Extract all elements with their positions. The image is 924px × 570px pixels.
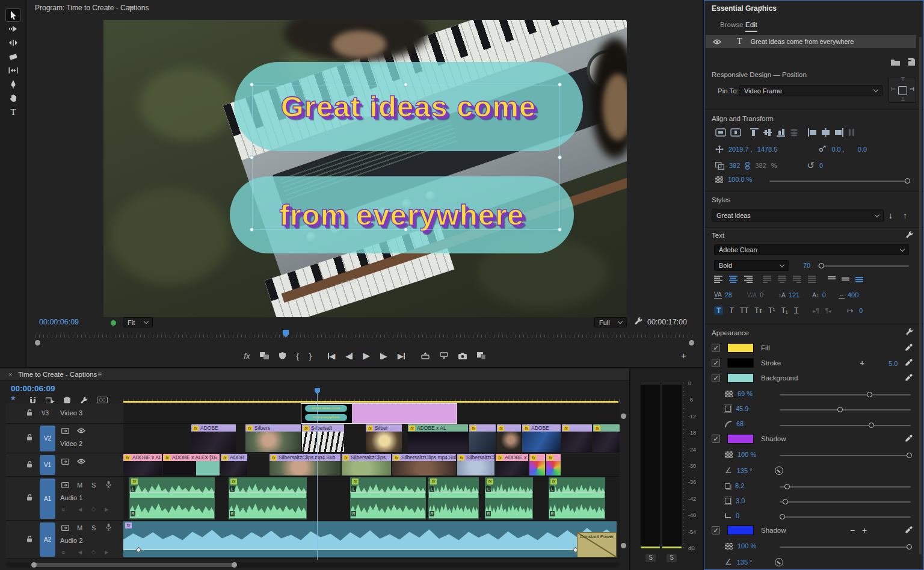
track-visibility-eye-icon[interactable] — [77, 427, 85, 434]
new-folder-icon[interactable] — [891, 58, 900, 66]
prev-keyframe[interactable]: ◀ — [78, 550, 82, 555]
playback-resolution-select[interactable]: Full — [594, 317, 627, 327]
solo-button[interactable]: S — [91, 524, 96, 531]
align-bottom-icon[interactable] — [777, 128, 786, 137]
shadow1-blur-slider[interactable] — [780, 516, 911, 518]
sync-lock-icon[interactable] — [61, 482, 69, 488]
timeline-clip[interactable]: fxADOBE x ALEX [16x — [496, 454, 528, 476]
track-name-a1[interactable]: Audio 1 — [60, 494, 82, 501]
audio-clip[interactable]: fx L R — [428, 477, 479, 519]
vertical-align-middle-icon[interactable] — [842, 276, 850, 283]
background-radius-value[interactable]: 68 — [736, 420, 744, 427]
position-x-value[interactable]: 2019.7 , — [728, 146, 753, 153]
timeline-clip[interactable]: fxADOBE x AL — [408, 424, 468, 452]
font-size-value[interactable]: 70 — [803, 262, 810, 269]
volume-rubber-band[interactable] — [123, 550, 617, 551]
timeline-clip[interactable]: fxADOBE x ALEX [16 — [163, 454, 220, 476]
pen-tool[interactable] — [5, 78, 21, 91]
timeline-clip[interactable]: fxSilber — [366, 424, 402, 452]
captions-toggle-icon[interactable]: CC — [97, 397, 108, 403]
track-name-v3[interactable]: Video 3 — [60, 409, 82, 417]
selection-handle[interactable] — [558, 228, 562, 232]
slip-tool[interactable] — [5, 64, 21, 77]
shadow2-color-swatch[interactable] — [727, 525, 754, 535]
ripple-edit-tool[interactable] — [5, 36, 21, 49]
audio-clip[interactable]: fx L R — [129, 477, 215, 519]
zoom-level-select[interactable]: Fit — [123, 317, 153, 327]
panel-menu-icon[interactable]: ≡ — [760, 4, 764, 12]
timeline-clip[interactable]: fxSilbersaltzClips. — [342, 454, 391, 476]
mute-button[interactable]: M — [77, 482, 82, 489]
text-align-right-icon[interactable] — [744, 276, 754, 283]
kerning-value[interactable]: 0 — [760, 291, 763, 299]
background-color-swatch[interactable] — [727, 373, 754, 383]
audio-clip[interactable]: fx L R — [350, 477, 426, 519]
distribute-vertical-icon[interactable] — [790, 128, 799, 137]
razor-tool[interactable] — [5, 50, 21, 63]
font-size-slider[interactable] — [818, 265, 909, 267]
shadow1-distance-value[interactable]: 8.2 — [735, 482, 744, 489]
sync-lock-icon[interactable] — [61, 428, 69, 434]
settings-wrench-icon[interactable] — [634, 317, 642, 326]
text-align-center-icon[interactable] — [729, 276, 739, 283]
fill-color-swatch[interactable] — [727, 343, 754, 353]
lock-icon[interactable] — [26, 461, 32, 468]
selection-handle[interactable] — [250, 82, 254, 87]
justify-all-icon[interactable] — [808, 276, 818, 283]
selection-handle[interactable] — [558, 155, 562, 160]
track-badge-v2[interactable]: V2 — [40, 426, 55, 451]
align-center-icon[interactable] — [821, 128, 830, 137]
small-caps-toggle[interactable]: Tᴛ — [754, 306, 762, 315]
background-opacity-slider[interactable] — [780, 394, 911, 395]
underline-toggle[interactable]: T — [794, 306, 798, 315]
track-badge-v1[interactable]: V1 — [40, 455, 55, 475]
selection-handle[interactable] — [404, 82, 408, 87]
paragraph-rtl-icon[interactable]: ¶◂ — [825, 308, 831, 314]
timeline-clip[interactable]: fx — [529, 454, 545, 476]
all-caps-toggle[interactable]: TT — [740, 306, 749, 315]
align-center-horizontal-icon[interactable] — [715, 128, 726, 137]
go-to-out-button[interactable]: ▶ — [398, 352, 405, 361]
font-family-select[interactable]: Adobe Clean — [714, 244, 909, 255]
program-playhead[interactable] — [283, 330, 289, 338]
audio-clip[interactable]: fx L R — [485, 477, 533, 519]
track-name-a2[interactable]: Audio 2 — [60, 537, 82, 544]
faux-bold-toggle[interactable]: T — [714, 306, 723, 315]
align-middle-icon[interactable] — [763, 128, 772, 137]
layer-visibility-eye-icon[interactable] — [710, 39, 724, 45]
shadow2-checkbox[interactable]: ✓ — [712, 526, 720, 534]
text-settings-wrench-icon[interactable] — [905, 231, 913, 239]
timeline-horizontal-scrollbar[interactable] — [6, 562, 620, 568]
extract-button[interactable] — [440, 352, 448, 359]
shadow2-angle-value[interactable]: 135 ° — [737, 559, 753, 566]
position-y-value[interactable]: 1478.5 — [757, 146, 778, 153]
sync-style-up-icon[interactable]: ↑ — [903, 211, 907, 220]
timeline-clip[interactable]: fx — [562, 424, 592, 452]
program-timecode[interactable]: 00:00:06:09 — [39, 318, 79, 326]
align-left-icon[interactable] — [808, 128, 817, 137]
shadow2-opacity-slider[interactable] — [780, 547, 911, 548]
align-top-icon[interactable] — [750, 128, 759, 137]
selection-tool[interactable] — [5, 8, 21, 22]
appearance-settings-wrench-icon[interactable] — [905, 328, 913, 336]
lock-icon[interactable] — [26, 434, 32, 441]
mark-out-button[interactable]: } — [309, 352, 312, 361]
track-select-forward-tool[interactable] — [5, 22, 21, 36]
voiceover-mic-icon[interactable] — [106, 481, 111, 488]
keyframe-toggle[interactable]: ○ — [61, 549, 65, 556]
play-button[interactable]: ▶ — [363, 350, 370, 361]
baseline-shift-value[interactable]: 0 — [822, 291, 826, 299]
prev-keyframe[interactable]: ◀ — [78, 507, 82, 512]
caption-clip[interactable]: Great ideas come from everywhere — [301, 403, 457, 424]
anchor-x-value[interactable]: 0.0 , — [831, 146, 844, 153]
stroke-width-value[interactable]: 5.0 — [889, 360, 898, 367]
shadow1-angle-dial[interactable] — [775, 466, 783, 475]
vertical-align-top-icon[interactable] — [828, 276, 836, 283]
step-forward-button[interactable]: ▶ — [380, 352, 387, 361]
track-badge-a2[interactable]: A2 — [40, 522, 55, 557]
shadow1-color-swatch[interactable] — [727, 434, 754, 444]
link-scale-icon[interactable] — [745, 162, 750, 170]
distribute-horizontal-icon[interactable] — [848, 128, 855, 137]
add-shadow-plus[interactable]: + — [862, 525, 867, 535]
zoom-handle-right[interactable] — [689, 340, 694, 345]
